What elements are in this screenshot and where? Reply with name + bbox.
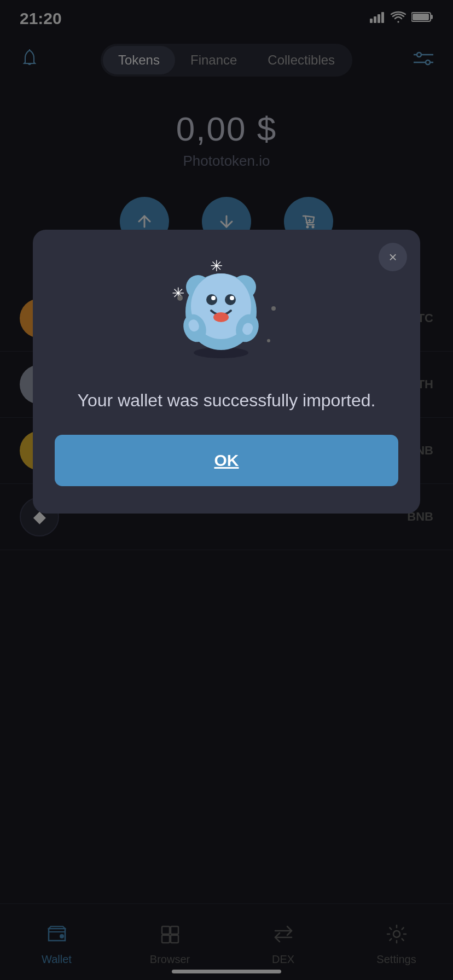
- modal-title: Your wallet was successfully imported.: [78, 388, 376, 413]
- modal-close-button[interactable]: ×: [379, 243, 407, 271]
- dot-decoration-2: [271, 306, 276, 311]
- svg-point-23: [206, 294, 217, 305]
- dot-decoration-1: [177, 295, 183, 301]
- mascot-container: ✳ ✳: [166, 252, 287, 372]
- svg-point-27: [213, 312, 229, 322]
- success-modal: × ✳ ✳: [33, 230, 420, 514]
- svg-point-26: [230, 296, 234, 300]
- star-decoration-1: ✳: [210, 257, 223, 275]
- svg-point-24: [225, 294, 236, 305]
- modal-ok-button[interactable]: OK: [55, 435, 398, 486]
- svg-point-25: [211, 296, 216, 300]
- dot-decoration-3: [267, 339, 270, 342]
